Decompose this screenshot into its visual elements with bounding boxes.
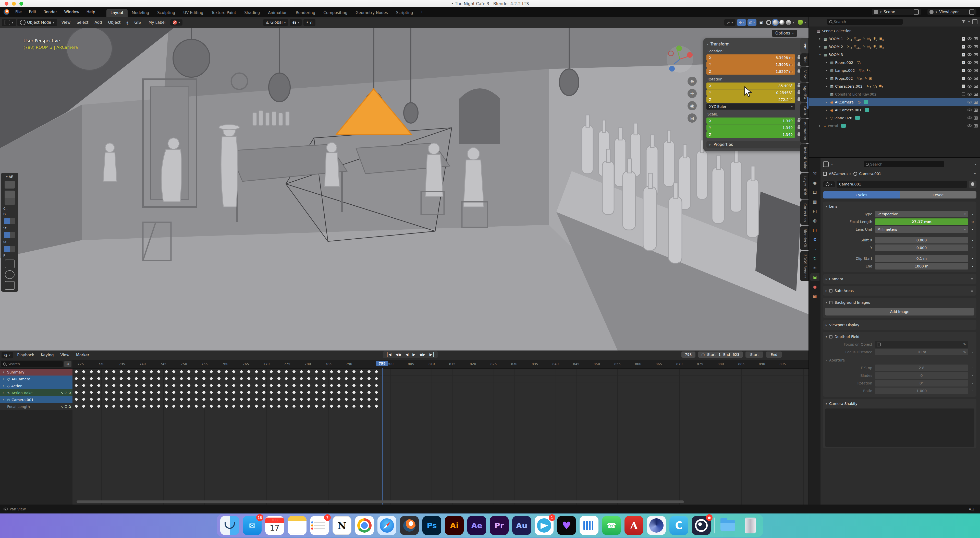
keyframe-diamond[interactable] [112,391,116,394]
workspace-tab-scripting[interactable]: Scripting [392,9,417,17]
dock-icon-chrome[interactable] [355,516,374,535]
eyedropper-icon[interactable]: ✎ [963,350,966,354]
keyframe-diamond[interactable] [180,398,183,401]
dof-section-header[interactable]: ▾Depth of Field [825,334,974,340]
menu-render[interactable]: Render [40,7,60,17]
outliner-row-constant-light-ray-002[interactable]: ▥Constant Light Ray.002 [809,90,980,98]
keyframe-diamond[interactable] [367,391,371,394]
keyframe-diamond[interactable] [269,377,273,380]
expand-icon[interactable]: ▸ [818,124,822,128]
shading-dropdown-icon[interactable]: ▾ [793,21,794,24]
keyframe-diamond[interactable] [255,404,258,408]
keyframe-diamond[interactable] [240,377,243,380]
animate-dot[interactable]: • [971,367,974,369]
keyframe-diamond[interactable] [224,398,228,401]
keyframe-diamond[interactable] [322,404,326,408]
keyframe-diamond[interactable] [165,404,168,408]
background-images-checkbox[interactable] [829,301,832,304]
keyframe-diamond[interactable] [255,391,258,394]
tab-eevee[interactable]: Eevee [900,192,977,198]
disable-render-icon[interactable] [974,101,978,104]
keyframe-diamond[interactable] [157,391,161,394]
workspace-tab-texture-paint[interactable]: Texture Paint [207,9,240,17]
keyframe-diamond[interactable] [194,377,198,380]
keyframe-diamond[interactable] [367,398,371,401]
keyframe-diamond[interactable] [232,377,235,380]
dock-icon-premiere[interactable]: Pr [490,516,509,535]
panel-menu-icon[interactable]: ≡ [970,289,974,293]
chevron-down-icon[interactable]: ▾ [804,21,806,24]
keyframe-diamond[interactable] [75,384,78,387]
properties-editor-icon[interactable] [823,161,829,167]
dock-icon-calendar[interactable]: FEB17 [265,516,284,535]
workspace-tab-geometry-nodes[interactable]: Geometry Nodes [352,9,392,17]
expand-icon[interactable]: ▸ [818,37,822,40]
keyframe-diamond[interactable] [217,384,221,387]
expand-icon[interactable]: ▾ [2,370,6,374]
keyframe-diamond[interactable] [315,377,318,380]
hide-viewport-icon[interactable] [967,61,972,64]
disable-render-icon[interactable] [974,77,978,80]
camera-section-header[interactable]: ▸Camera≡ [825,276,974,282]
keyframe-diamond[interactable] [180,391,183,394]
jump-to-start-button[interactable]: │◀ [384,352,393,358]
outliner-row-room-3[interactable]: ▾▥ROOM 3✓ [809,51,980,59]
expand-icon[interactable]: ▸ [824,69,829,72]
keyframe-diamond[interactable] [240,398,243,401]
focal-length-slider[interactable]: 27.17 mm [875,219,968,225]
keyframe-diamond[interactable] [202,377,206,380]
keyframe-diamond[interactable] [277,391,281,394]
keyframe-diamond[interactable] [330,391,333,394]
shake-list-box[interactable] [825,409,974,447]
keyframe-diamond[interactable] [322,398,326,401]
menu-help[interactable]: Help [83,7,99,17]
axis-x-neg-handle[interactable] [668,51,674,56]
show-gizmo-toggle[interactable]: ✛▾ [737,19,746,26]
outliner-row-room-1[interactable]: ▸▥ROOM 1⋋2▽110∿☠5✱7▣5✓ [809,35,980,43]
keyframe-diamond[interactable] [202,384,206,387]
keyframe-diamond[interactable] [352,370,356,374]
keyframe-diamond[interactable] [360,398,363,401]
timeline-menu-view[interactable]: View [57,352,73,358]
keyframe-diamond[interactable] [330,384,333,387]
keyframe-diamond[interactable] [97,391,100,394]
keyframe-diamond[interactable] [127,384,130,387]
keyframe-diamond[interactable] [352,404,356,408]
keyframe-diamond[interactable] [300,370,303,374]
hide-viewport-icon[interactable] [967,117,972,119]
green-shield-icon[interactable] [798,20,803,25]
keyframe-diamond[interactable] [247,377,251,380]
animate-dot[interactable]: • [971,374,974,377]
properties-tab-tool[interactable]: ⚒ [810,169,819,177]
keyframe-diamond[interactable] [232,384,235,387]
shading-solid-button[interactable] [773,20,778,25]
keyframe-diamond[interactable] [105,391,108,394]
ae-tool-icon[interactable] [5,270,14,279]
outliner-row-room-2[interactable]: ▸▥ROOM 2⋋2▽111∿☠5✱7▣5✓ [809,43,980,51]
keyframe-diamond[interactable] [180,377,183,380]
disable-render-icon[interactable] [974,53,978,56]
hide-viewport-icon[interactable] [967,85,972,88]
keyframe-diamond[interactable] [89,370,93,374]
properties-tab-object-data[interactable]: ▣ [810,273,819,281]
keyframe-diamond[interactable] [300,384,303,387]
keyframe-diamond[interactable] [367,377,371,380]
keyframe-diamond[interactable] [217,391,221,394]
keyframe-diamond[interactable] [150,391,153,394]
keyframe-diamond[interactable] [352,384,356,387]
menu-window[interactable]: Window [61,7,83,17]
animate-dot[interactable]: • [971,239,974,242]
menu-gis[interactable]: GIS [131,19,144,26]
keyframe-diamond[interactable] [210,404,213,408]
n-panel-tab-3dgs-render[interactable]: 3DGS Render [800,251,808,281]
keyframe-diamond[interactable] [127,404,130,408]
workspace-tab-sculpting[interactable]: Sculpting [153,9,179,17]
properties-collapsed-panel[interactable]: ▸Properties [706,141,803,148]
keyframe-diamond[interactable] [375,398,378,401]
safe-areas-checkbox[interactable] [829,289,832,292]
dof-checkbox[interactable] [829,335,832,338]
channel-action[interactable]: ▾◇Action [0,382,73,390]
keyframe-diamond[interactable] [285,370,288,374]
keyframe-diamond[interactable] [360,391,363,394]
animate-dot[interactable]: • [971,351,974,354]
